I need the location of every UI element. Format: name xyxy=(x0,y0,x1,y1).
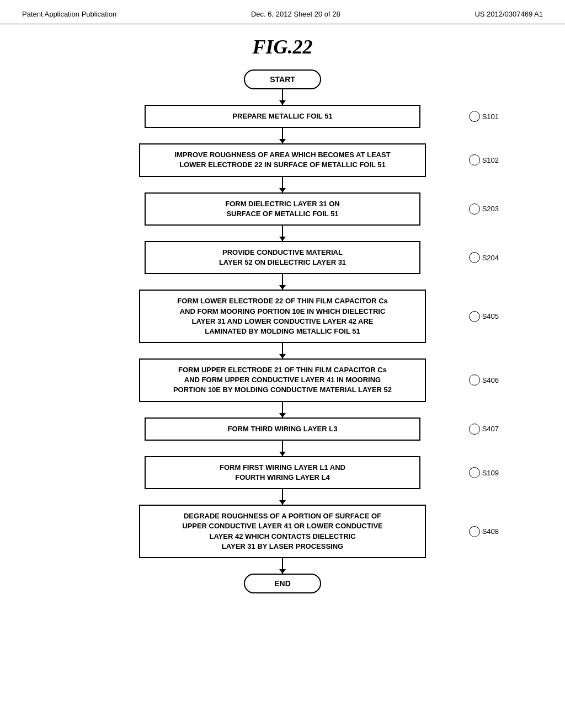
s102-label: S102 xyxy=(469,154,499,165)
s406-row: FORM UPPER ELECTRODE 21 OF THIN FILM CAP… xyxy=(33,358,532,402)
s102-text: IMPROVE ROUGHNESS OF AREA WHICH BECOMES … xyxy=(174,151,390,169)
s204-row: PROVIDE CONDUCTIVE MATERIALLAYER 52 ON D… xyxy=(33,241,532,274)
s405-label: S405 xyxy=(469,311,499,322)
s406-label: S406 xyxy=(469,374,499,386)
arrow-1 xyxy=(282,89,283,105)
s407-row: FORM THIRD WIRING LAYER L3 S407 xyxy=(33,417,532,441)
header-middle: Dec. 6, 2012 Sheet 20 of 28 xyxy=(251,10,340,18)
s101-row: PREPARE METALLIC FOIL 51 S101 xyxy=(33,105,532,128)
s109-label: S109 xyxy=(469,467,499,478)
arrow-2 xyxy=(282,128,283,143)
arrow-6 xyxy=(282,343,283,358)
s408-process: DEGRADE ROUGHNESS OF A PORTION OF SURFAC… xyxy=(139,505,426,558)
s109-process: FORM FIRST WIRING LAYER L1 ANDFOURTH WIR… xyxy=(145,456,420,489)
arrow-9 xyxy=(282,489,283,505)
s102-row: IMPROVE ROUGHNESS OF AREA WHICH BECOMES … xyxy=(33,143,532,176)
figure-title: FIG.22 xyxy=(252,35,312,58)
flowchart: START PREPARE METALLIC FOIL 51 S101 IMPR… xyxy=(33,69,532,593)
end-row: END xyxy=(33,574,532,593)
header-left: Patent Application Publication xyxy=(22,10,116,18)
arrow-7 xyxy=(282,402,283,417)
s203-process: FORM DIELECTRIC LAYER 31 ONSURFACE OF ME… xyxy=(145,192,420,226)
start-row: START xyxy=(33,69,532,89)
s405-process: FORM LOWER ELECTRODE 22 OF THIN FILM CAP… xyxy=(139,290,426,343)
s407-process: FORM THIRD WIRING LAYER L3 xyxy=(145,417,420,441)
s405-row: FORM LOWER ELECTRODE 22 OF THIN FILM CAP… xyxy=(33,290,532,343)
s204-text: PROVIDE CONDUCTIVE MATERIALLAYER 52 ON D… xyxy=(219,248,346,266)
s203-row: FORM DIELECTRIC LAYER 31 ONSURFACE OF ME… xyxy=(33,192,532,226)
s405-text: FORM LOWER ELECTRODE 22 OF THIN FILM CAP… xyxy=(177,297,388,335)
s204-process: PROVIDE CONDUCTIVE MATERIALLAYER 52 ON D… xyxy=(145,241,420,274)
s109-row: FORM FIRST WIRING LAYER L1 ANDFOURTH WIR… xyxy=(33,456,532,489)
arrow-3 xyxy=(282,177,283,192)
s101-label: S101 xyxy=(469,111,499,122)
s101-process: PREPARE METALLIC FOIL 51 xyxy=(145,105,420,128)
s203-text: FORM DIELECTRIC LAYER 31 ONSURFACE OF ME… xyxy=(225,200,340,218)
arrow-10 xyxy=(282,558,283,574)
s203-label: S203 xyxy=(469,204,499,215)
start-terminal: START xyxy=(244,69,321,89)
header-right: US 2012/0307469 A1 xyxy=(475,10,543,18)
arrow-8 xyxy=(282,441,283,456)
s406-text: FORM UPPER ELECTRODE 21 OF THIN FILM CAP… xyxy=(173,366,392,394)
s407-label: S407 xyxy=(469,424,499,435)
s102-process: IMPROVE ROUGHNESS OF AREA WHICH BECOMES … xyxy=(139,143,426,176)
arrow-4 xyxy=(282,226,283,241)
s406-process: FORM UPPER ELECTRODE 21 OF THIN FILM CAP… xyxy=(139,358,426,402)
arrow-5 xyxy=(282,274,283,290)
s109-text: FORM FIRST WIRING LAYER L1 ANDFOURTH WIR… xyxy=(220,463,345,481)
page-header: Patent Application Publication Dec. 6, 2… xyxy=(0,0,565,24)
end-terminal: END xyxy=(244,574,321,593)
s408-row: DEGRADE ROUGHNESS OF A PORTION OF SURFAC… xyxy=(33,505,532,558)
s408-text: DEGRADE ROUGHNESS OF A PORTION OF SURFAC… xyxy=(182,512,383,550)
s408-label: S408 xyxy=(469,526,499,537)
s204-label: S204 xyxy=(469,252,499,263)
page-content: FIG.22 START PREPARE METALLIC FOIL 51 S1… xyxy=(0,24,565,604)
